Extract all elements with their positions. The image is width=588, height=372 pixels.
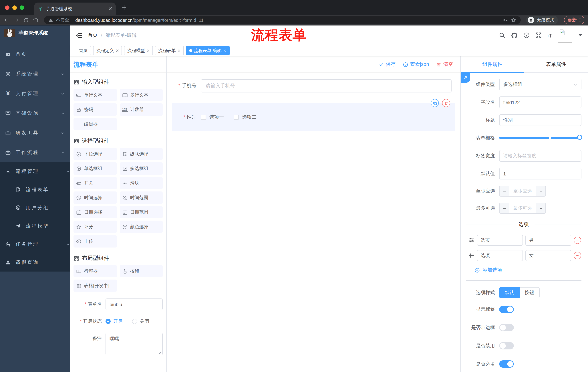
option-label-input[interactable]: 选项二 [477, 250, 523, 261]
update-label[interactable]: 更新 [568, 17, 577, 23]
url-bar[interactable]: 不安全 dashboard.yudao.iocoder.cn/bpm/manag… [44, 16, 521, 24]
sidebar-item-process-mgmt[interactable]: 流程管理 [0, 162, 70, 181]
resize-handle-icon[interactable] [158, 351, 162, 354]
stepper-increase-icon[interactable] [536, 203, 546, 213]
default-value-input[interactable]: 1 [499, 168, 581, 180]
security-label[interactable]: 不安全 [56, 17, 69, 23]
remove-option-button[interactable] [574, 237, 581, 244]
tab-form-props[interactable]: 表单属性 [524, 56, 588, 73]
option-label-input[interactable]: 选项一 [477, 235, 523, 246]
browser-menu-dots-icon[interactable] [579, 18, 581, 22]
help-icon[interactable] [523, 32, 530, 39]
tag-home[interactable]: 首页 [76, 46, 91, 55]
tab-close-icon[interactable] [108, 7, 112, 11]
reload-icon[interactable] [23, 17, 29, 23]
drag-handle-icon[interactable] [469, 253, 474, 258]
option-value-input[interactable]: 男 [525, 235, 571, 246]
minimize-window-button[interactable] [12, 5, 17, 10]
new-tab-button[interactable] [122, 5, 127, 10]
form-name-input[interactable]: biubiu [105, 298, 163, 310]
required-toggle[interactable] [499, 360, 514, 368]
max-select-stepper[interactable]: 最多可选 [499, 203, 546, 214]
tag-process-form[interactable]: 流程表单 [155, 46, 184, 55]
url-domain[interactable]: dashboard.yudao.iocoder.cn [75, 18, 132, 23]
maximize-window-button[interactable] [20, 5, 24, 10]
status-radio-off[interactable]: 关闭 [132, 318, 149, 325]
avatar[interactable] [558, 28, 572, 43]
tag-close-icon[interactable] [223, 49, 226, 52]
copy-widget-button[interactable] [431, 99, 439, 107]
browser-tab[interactable]: 芋道管理系统 [34, 2, 116, 15]
gender-checkbox-option2[interactable]: 选项二 [233, 114, 257, 120]
palette-item-switch[interactable]: 开关 [74, 177, 117, 189]
border-toggle[interactable] [499, 324, 514, 331]
phone-input[interactable]: 请输入手机号 [206, 83, 235, 89]
remark-textarea[interactable]: 嘿嘿 [105, 333, 163, 355]
disabled-toggle[interactable] [499, 342, 514, 350]
tag-close-icon[interactable] [178, 49, 180, 52]
link-badge[interactable] [461, 73, 470, 83]
tag-close-icon[interactable] [116, 49, 119, 52]
tag-process-form-edit[interactable]: 流程表单-编辑 [186, 46, 230, 55]
url-path[interactable]: /bpm/manager/form/edit?formId=11 [132, 18, 204, 23]
min-select-input[interactable]: 至少应选 [509, 186, 536, 196]
palette-item-select[interactable]: 下拉选择 [74, 148, 117, 160]
breadcrumb-home[interactable]: 首页 [88, 32, 97, 39]
avatar-caret-icon[interactable] [578, 34, 582, 36]
remove-option-button[interactable] [574, 252, 581, 259]
tag-process-definition[interactable]: 流程定义 [93, 46, 122, 55]
stepper-decrease-icon[interactable] [500, 203, 509, 213]
sidebar-item-user-groups[interactable]: 用户分组 [0, 199, 70, 217]
title-input[interactable]: 性别 [499, 114, 581, 126]
stepper-decrease-icon[interactable] [500, 186, 509, 196]
forward-icon[interactable] [13, 17, 19, 23]
field-name-input[interactable]: field122 [499, 96, 581, 108]
palette-item-radio-group[interactable]: 单选框组 [74, 162, 117, 175]
palette-item-single-text[interactable]: 单行文本 [74, 89, 117, 101]
palette-item-counter[interactable]: 123计数器 [119, 103, 163, 116]
not-secure-warning-icon[interactable] [48, 18, 53, 22]
palette-item-rate[interactable]: 评分 [74, 221, 117, 233]
palette-item-date-picker[interactable]: 日期选择 [74, 206, 117, 218]
window-controls[interactable] [0, 5, 29, 10]
component-type-select[interactable]: 多选框组 [499, 79, 581, 90]
status-radio-on[interactable]: 开启 [105, 318, 123, 325]
sidebar-item-process-model[interactable]: 流程模型 [0, 217, 70, 235]
slider-handle[interactable] [577, 135, 582, 140]
search-icon[interactable] [499, 32, 505, 39]
delete-widget-button[interactable] [442, 99, 450, 107]
tab-component-props[interactable]: 组件属性 [461, 56, 524, 73]
update-button[interactable]: 更新 [564, 16, 584, 24]
palette-item-color-picker[interactable]: 颜色选择 [119, 221, 163, 233]
save-button[interactable]: 保存 [379, 61, 396, 68]
palette-item-checkbox-group[interactable]: 多选框组 [119, 162, 163, 175]
close-window-button[interactable] [5, 5, 10, 10]
drag-handle-icon[interactable] [469, 237, 474, 243]
font-size-icon[interactable]: тT [547, 32, 552, 38]
tag-close-icon[interactable] [147, 49, 149, 52]
option-value-input[interactable]: 女 [525, 250, 571, 261]
style-button-button[interactable]: 按钮 [520, 287, 540, 298]
palette-item-password[interactable]: 密码 [74, 103, 117, 116]
palette-item-time-range[interactable]: 时间范围 [119, 191, 163, 204]
palette-item-cascader[interactable]: 级联选择 [119, 148, 163, 160]
fullscreen-icon[interactable] [535, 32, 542, 39]
palette-item-date-range[interactable]: 日期范围 [119, 206, 163, 218]
selected-widget-gender[interactable]: 性别 选项一 选项二 [172, 103, 455, 131]
add-option-button[interactable]: 添加选项 [474, 267, 581, 273]
sidebar-item-payment[interactable]: ¥ 支付管理 [0, 84, 70, 103]
bookmark-star-icon[interactable] [511, 17, 516, 23]
sidebar-item-workflow[interactable]: 工作流程 [0, 143, 70, 162]
palette-item-button[interactable]: 按钮 [119, 265, 163, 277]
slider-track[interactable] [499, 137, 579, 139]
form-grid-slider[interactable] [499, 132, 581, 144]
min-select-stepper[interactable]: 至少应选 [499, 186, 546, 197]
style-default-button[interactable]: 默认 [499, 287, 520, 298]
sidebar-item-task-mgmt[interactable]: 任务管理 [0, 235, 70, 253]
palette-item-editor[interactable]: 编辑器 [74, 118, 117, 130]
palette-item-row-container[interactable]: 行容器 [74, 265, 117, 277]
sidebar-item-home[interactable]: 首页 [0, 44, 70, 64]
sidebar-item-process-form[interactable]: 流程表单 [0, 181, 70, 199]
canvas-field-phone[interactable]: 手机号 请输入手机号 [172, 79, 452, 93]
back-icon[interactable] [4, 17, 10, 23]
